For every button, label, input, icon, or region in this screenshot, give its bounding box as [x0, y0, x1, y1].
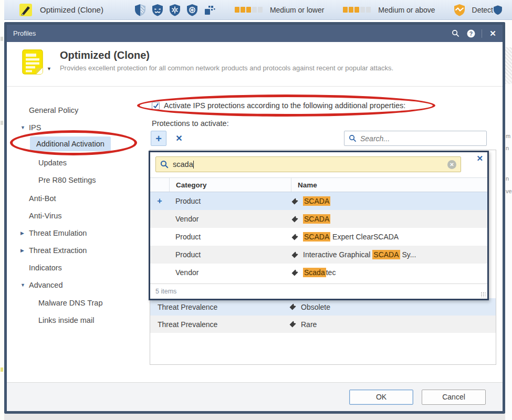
dialog-footer: OK Cancel	[7, 382, 503, 411]
tag-icon	[291, 251, 299, 259]
sidebar-item-links-inside-mail[interactable]: Links inside mail	[7, 311, 144, 329]
result-row[interactable]: Product Interactive Graphical SCADA Sy..…	[150, 246, 487, 264]
search-icon[interactable]	[451, 29, 460, 38]
protection-picker-dropdown: ✕ scada ✕ Category Name	[149, 151, 489, 300]
chevron-down-icon[interactable]: ▼	[47, 66, 51, 71]
chevron-collapsed-icon[interactable]: ▶	[20, 248, 27, 253]
sidebar-item-additional-activation[interactable]: Additional Activation	[7, 135, 144, 152]
background-fragment	[1, 37, 3, 41]
background-window-fragment: ve	[506, 188, 512, 194]
meter-segment	[241, 7, 245, 13]
background-window-fragment: n	[506, 175, 509, 182]
sidebar-item-indicators[interactable]: Indicators	[7, 259, 144, 276]
meter-segment	[235, 7, 239, 13]
checkmark-icon	[153, 102, 159, 109]
cancel-button[interactable]: Cancel	[422, 390, 486, 405]
ok-button[interactable]: OK	[349, 390, 413, 405]
results-table: Category Name + Product SCADA	[150, 177, 487, 281]
profile-subtitle: Provides excellent protection for all co…	[60, 64, 393, 72]
dropdown-search-field[interactable]: scada ✕	[155, 156, 461, 172]
search-input[interactable]	[360, 134, 482, 143]
protections-search-box[interactable]	[344, 131, 487, 146]
screen: Optimized (Clone)	[0, 0, 512, 420]
severity-meter-low	[235, 7, 263, 13]
protection-shield-icon	[493, 4, 503, 16]
dialog-title-bar[interactable]: Profiles ? ✕	[7, 25, 503, 42]
tag-icon	[291, 197, 299, 205]
meter-segment	[366, 7, 371, 13]
search-icon	[349, 134, 357, 142]
sidebar-item-anti-virus[interactable]: Anti-Virus	[7, 207, 144, 224]
highlighted-match: SCADA	[303, 196, 330, 206]
background-fragment	[505, 47, 512, 84]
tag-icon	[291, 215, 299, 223]
sidebar-item-general-policy[interactable]: General Policy	[7, 101, 144, 119]
background-window-right-edge: m n n ve	[505, 20, 512, 420]
highlighted-match: SCADA	[303, 232, 330, 242]
background-fragment	[1, 121, 3, 125]
protections-toolbar: + ✕	[151, 131, 497, 146]
additional-activation-panel: Activate IPS protections according to th…	[150, 87, 497, 382]
profile-title: Optimized (Clone)	[60, 49, 393, 61]
sidebar-item-advanced[interactable]: ▼ Advanced	[7, 276, 144, 293]
sidebar-item-updates[interactable]: Updates	[7, 154, 144, 171]
profile-name: Optimized (Clone)	[40, 5, 103, 14]
close-icon[interactable]: ✕	[476, 154, 483, 163]
resize-grip[interactable]	[480, 292, 486, 297]
clear-search-icon[interactable]: ✕	[447, 160, 456, 169]
selected-nav-item[interactable]: Additional Activation	[30, 136, 111, 151]
sidebar-item-ips[interactable]: ▼ IPS	[7, 119, 144, 136]
highlighted-match: SCADA	[372, 250, 400, 259]
highlighted-match: SCADA	[303, 214, 330, 224]
category-column-header[interactable]: Category	[169, 178, 291, 192]
search-query[interactable]: scada	[173, 160, 193, 169]
table-header: Category Name	[150, 177, 487, 192]
result-row[interactable]: Vendor Scadatec	[150, 264, 487, 281]
activate-ips-label[interactable]: Activate IPS protections according to th…	[164, 101, 405, 110]
add-row-icon[interactable]: +	[150, 196, 169, 206]
profiles-dialog: Profiles ? ✕	[4, 22, 505, 414]
sidebar-item-pre-r80-settings[interactable]: Pre R80 Settings	[7, 171, 144, 188]
text-cursor	[193, 161, 194, 169]
chevron-expanded-icon[interactable]: ▼	[20, 282, 27, 288]
ips-shield-icon	[134, 4, 147, 16]
profile-document-icon[interactable]	[20, 48, 45, 76]
settings-nav: General Policy ▼ IPS Additional Activati…	[7, 87, 144, 382]
detect-mode: Detect	[453, 4, 493, 16]
blade-icons	[134, 4, 216, 16]
activate-ips-checkbox[interactable]	[152, 102, 160, 110]
results-count: 5 items	[150, 284, 487, 299]
sidebar-item-threat-extraction[interactable]: ▶ Threat Extraction	[7, 242, 144, 259]
tag-icon	[289, 320, 297, 328]
dialog-title: Profiles	[13, 29, 36, 37]
chevron-expanded-icon[interactable]: ▼	[20, 125, 27, 130]
meter-segment	[343, 7, 348, 13]
sidebar-item-malware-dns-trap[interactable]: Malware DNS Trap	[7, 294, 144, 311]
dialog-body: General Policy ▼ IPS Additional Activati…	[7, 87, 503, 382]
detect-shield-icon	[453, 4, 466, 16]
table-row[interactable]: Threat Prevalence Obsolete	[150, 298, 496, 316]
profile-header: ▼ Optimized (Clone) Provides excellent p…	[7, 42, 503, 87]
background-window-fragment: n	[506, 145, 509, 151]
result-row[interactable]: + Product SCADA	[150, 192, 487, 210]
help-icon[interactable]: ?	[466, 29, 475, 38]
chevron-collapsed-icon[interactable]: ▶	[20, 230, 27, 236]
edit-profile-icon[interactable]	[19, 3, 33, 17]
highlighted-match: Scada	[303, 268, 326, 277]
result-row[interactable]: Product SCADA Expert ClearSCADA	[150, 228, 487, 246]
protections-to-activate-label: Protections to activate:	[152, 119, 229, 128]
threat-extraction-icon	[203, 4, 216, 16]
sidebar-item-anti-bot[interactable]: Anti-Bot	[7, 190, 144, 207]
close-icon[interactable]: ✕	[488, 29, 497, 38]
name-column-header[interactable]: Name	[291, 178, 487, 192]
sidebar-item-threat-emulation[interactable]: ▶ Threat Emulation	[7, 224, 144, 242]
threat-emulation-shield-icon	[186, 4, 198, 16]
remove-protection-button[interactable]: ✕	[172, 131, 186, 146]
anti-bot-shield-icon	[151, 4, 164, 16]
table-row[interactable]: Threat Prevalence Rare	[150, 316, 496, 333]
tag-icon	[291, 269, 299, 277]
result-row[interactable]: Vendor SCADA	[150, 210, 487, 228]
add-protection-button[interactable]: +	[151, 131, 166, 146]
tag-icon	[289, 303, 297, 311]
anti-virus-shield-icon	[169, 4, 181, 16]
